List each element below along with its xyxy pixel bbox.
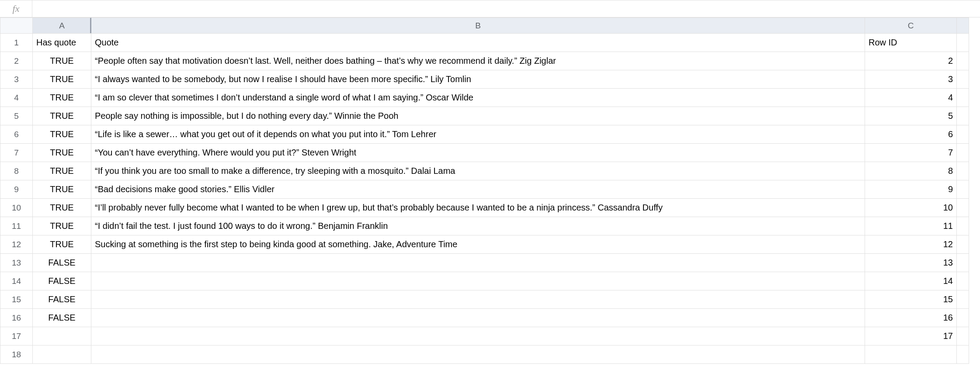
cell-C[interactable]: 14: [865, 272, 957, 290]
cell-B[interactable]: “I am so clever that sometimes I don’t u…: [91, 89, 865, 107]
cell-D[interactable]: [957, 89, 969, 107]
cell-D[interactable]: [957, 199, 969, 217]
cell-D[interactable]: [957, 144, 969, 162]
grid-scroll-area[interactable]: A B C 1Has quoteQuoteRow ID2TRUE “People…: [0, 17, 980, 380]
cell-A[interactable]: FALSE: [33, 272, 91, 290]
cell-A[interactable]: TRUE: [33, 217, 91, 235]
row-header[interactable]: 7: [0, 144, 33, 162]
row-header[interactable]: 4: [0, 89, 33, 107]
cell-A[interactable]: Has quote: [33, 34, 91, 52]
row-header[interactable]: 14: [0, 272, 33, 290]
cell-B[interactable]: “Life is like a sewer… what you get out …: [91, 125, 865, 144]
cell-B[interactable]: “I always wanted to be somebody, but now…: [91, 70, 865, 89]
cell-D[interactable]: [957, 327, 969, 345]
cell-D[interactable]: [957, 217, 969, 235]
cell-D[interactable]: [957, 345, 969, 364]
row-header[interactable]: 12: [0, 235, 33, 254]
cell-C[interactable]: 11: [865, 217, 957, 235]
cell-C[interactable]: 8: [865, 162, 957, 180]
cell-D[interactable]: [957, 235, 969, 254]
cell-D[interactable]: [957, 254, 969, 272]
cell-A[interactable]: TRUE: [33, 125, 91, 144]
cell-A[interactable]: TRUE: [33, 107, 91, 125]
cell-A[interactable]: TRUE: [33, 52, 91, 70]
cell-D[interactable]: [957, 309, 969, 327]
cell-A[interactable]: FALSE: [33, 290, 91, 309]
cell-B[interactable]: [91, 272, 865, 290]
column-header-D[interactable]: [957, 18, 969, 34]
cell-C[interactable]: 12: [865, 235, 957, 254]
cell-D[interactable]: [957, 290, 969, 309]
cell-C[interactable]: 7: [865, 144, 957, 162]
cell-A[interactable]: FALSE: [33, 309, 91, 327]
cell-C[interactable]: 4: [865, 89, 957, 107]
table-row: 1717: [0, 327, 969, 345]
cell-D[interactable]: [957, 107, 969, 125]
cell-A[interactable]: [33, 345, 91, 364]
cell-B[interactable]: “Bad decisions make good stories.” Ellis…: [91, 180, 865, 199]
row-header[interactable]: 16: [0, 309, 33, 327]
cell-D[interactable]: [957, 70, 969, 89]
cell-B[interactable]: “People often say that motivation doesn’…: [91, 52, 865, 70]
cell-D[interactable]: [957, 52, 969, 70]
row-header[interactable]: 15: [0, 290, 33, 309]
column-header-A[interactable]: A: [33, 18, 91, 34]
formula-input[interactable]: [32, 0, 980, 17]
row-header[interactable]: 8: [0, 162, 33, 180]
cell-A[interactable]: [33, 327, 91, 345]
cell-C[interactable]: 17: [865, 327, 957, 345]
cell-A[interactable]: TRUE: [33, 235, 91, 254]
row-header[interactable]: 9: [0, 180, 33, 199]
cell-B[interactable]: “I didn’t fail the test. I just found 10…: [91, 217, 865, 235]
cell-B[interactable]: “I’ll probably never fully become what I…: [91, 199, 865, 217]
cell-D[interactable]: [957, 34, 969, 52]
table-row: 16FALSE16: [0, 309, 969, 327]
row-header[interactable]: 10: [0, 199, 33, 217]
cell-B[interactable]: [91, 327, 865, 345]
select-all-corner[interactable]: [0, 18, 33, 34]
row-header[interactable]: 2: [0, 52, 33, 70]
cell-C[interactable]: 16: [865, 309, 957, 327]
cell-D[interactable]: [957, 125, 969, 144]
cell-C[interactable]: 13: [865, 254, 957, 272]
spreadsheet-app: fx A B C 1Has quoteQuoteRow ID2TRUE “Peo…: [0, 0, 980, 380]
cell-B[interactable]: “If you think you are too small to make …: [91, 162, 865, 180]
cell-A[interactable]: TRUE: [33, 180, 91, 199]
cell-B[interactable]: [91, 254, 865, 272]
cell-A[interactable]: TRUE: [33, 162, 91, 180]
cell-B[interactable]: “You can’t have everything. Where would …: [91, 144, 865, 162]
cell-A[interactable]: TRUE: [33, 144, 91, 162]
cell-C[interactable]: [865, 345, 957, 364]
cell-C[interactable]: Row ID: [865, 34, 957, 52]
row-header[interactable]: 18: [0, 345, 33, 364]
cell-C[interactable]: 10: [865, 199, 957, 217]
cell-D[interactable]: [957, 272, 969, 290]
cell-B[interactable]: [91, 345, 865, 364]
cell-B[interactable]: [91, 290, 865, 309]
column-header-B[interactable]: B: [91, 18, 865, 34]
cell-C[interactable]: 5: [865, 107, 957, 125]
column-header-C[interactable]: C: [865, 18, 957, 34]
row-header[interactable]: 1: [0, 34, 33, 52]
cell-C[interactable]: 2: [865, 52, 957, 70]
cell-A[interactable]: TRUE: [33, 70, 91, 89]
cell-C[interactable]: 6: [865, 125, 957, 144]
cell-B[interactable]: Sucking at something is the first step t…: [91, 235, 865, 254]
row-header[interactable]: 17: [0, 327, 33, 345]
cell-B[interactable]: Quote: [91, 34, 865, 52]
cell-B[interactable]: People say nothing is impossible, but I …: [91, 107, 865, 125]
row-header[interactable]: 11: [0, 217, 33, 235]
row-header[interactable]: 3: [0, 70, 33, 89]
cell-B[interactable]: [91, 309, 865, 327]
cell-D[interactable]: [957, 180, 969, 199]
cell-C[interactable]: 15: [865, 290, 957, 309]
row-header[interactable]: 13: [0, 254, 33, 272]
cell-D[interactable]: [957, 162, 969, 180]
cell-A[interactable]: TRUE: [33, 199, 91, 217]
row-header[interactable]: 6: [0, 125, 33, 144]
cell-C[interactable]: 3: [865, 70, 957, 89]
row-header[interactable]: 5: [0, 107, 33, 125]
cell-C[interactable]: 9: [865, 180, 957, 199]
cell-A[interactable]: TRUE: [33, 89, 91, 107]
cell-A[interactable]: FALSE: [33, 254, 91, 272]
